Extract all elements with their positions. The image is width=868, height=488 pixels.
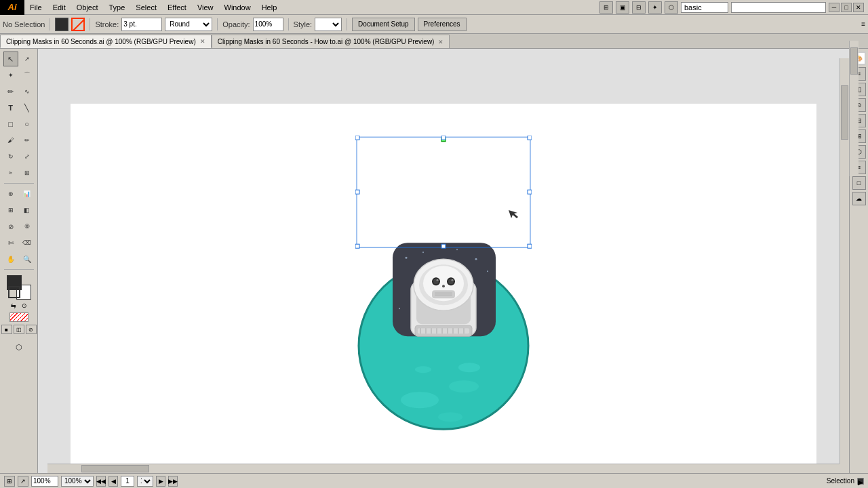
mesh-tool[interactable]: ⊞ <box>3 203 18 218</box>
minimize-button[interactable]: ─ <box>829 3 840 12</box>
warp-tool[interactable]: ≈ <box>3 165 18 180</box>
artboard-view-btn[interactable]: ⊞ <box>4 476 15 487</box>
libraries-panel-btn[interactable]: ☁ <box>852 192 866 205</box>
document-setup-button[interactable]: Document Setup <box>352 18 415 31</box>
gradient-mode-btn[interactable]: ◫ <box>14 325 24 334</box>
search-input[interactable] <box>731 2 826 13</box>
style-select[interactable] <box>315 18 342 31</box>
line-tool[interactable]: ╲ <box>20 100 35 115</box>
page-select[interactable]: 1 <box>137 476 153 487</box>
type-tool[interactable]: T <box>3 100 18 115</box>
rotate-tool[interactable]: ↻ <box>3 149 18 164</box>
svg-point-9 <box>399 308 400 309</box>
svg-point-23 <box>442 285 445 287</box>
curvature-tool[interactable]: ∿ <box>20 84 35 99</box>
paintbrush-tool[interactable]: 🖌 <box>3 133 18 148</box>
selection-tool[interactable]: ↖ <box>3 52 18 66</box>
free-transform-tool[interactable]: ⊞ <box>20 165 35 180</box>
separator-1 <box>50 18 50 30</box>
status-arrow[interactable]: ▶ <box>857 478 864 485</box>
menu-effect[interactable]: Effect <box>162 0 192 14</box>
menu-object[interactable]: Object <box>71 0 104 14</box>
right-scroll-thumb[interactable] <box>850 47 858 75</box>
close-button[interactable]: ✕ <box>853 3 864 12</box>
output-btn[interactable]: ↗ <box>18 476 28 487</box>
magic-wand-tool[interactable]: ✦ <box>3 68 18 83</box>
scroll-thumb-horizontal[interactable] <box>81 465 149 472</box>
tab-1-close[interactable]: ✕ <box>200 38 205 45</box>
align-icon[interactable]: ≡ <box>861 20 865 28</box>
none-color-swatch[interactable] <box>9 312 28 322</box>
swap-colors-icon[interactable]: ⇆ <box>11 302 16 309</box>
symbol-sprayer-tool[interactable]: ⊛ <box>3 186 18 201</box>
page-prev-btn[interactable]: ◀◀ <box>96 476 106 487</box>
right-scrollbar[interactable] <box>849 41 859 176</box>
maximize-button[interactable]: □ <box>841 3 852 12</box>
ellipse-tool[interactable]: ○ <box>20 117 35 131</box>
column-graph-tool[interactable]: 📊 <box>20 186 35 201</box>
fill-swatch[interactable] <box>55 18 68 31</box>
direct-selection-tool[interactable]: ↗ <box>20 52 35 66</box>
page-next-btn[interactable]: ▶ <box>156 476 165 487</box>
page-last-btn[interactable]: ▶▶ <box>168 476 178 487</box>
opacity-input[interactable] <box>253 18 283 31</box>
menu-type[interactable]: Type <box>104 0 131 14</box>
stroke-swatch[interactable] <box>71 18 85 31</box>
hand-tool[interactable]: ✋ <box>3 251 18 266</box>
scale-tool[interactable]: ⤢ <box>20 149 35 164</box>
zoom-input[interactable] <box>31 476 58 487</box>
tools-icon[interactable]: ✦ <box>648 1 662 14</box>
gradient-tool[interactable]: ◧ <box>20 203 35 218</box>
separator-4 <box>288 18 289 30</box>
workspace-dropdown[interactable]: basic <box>681 2 728 13</box>
stroke-color-indicator[interactable] <box>8 286 20 298</box>
drawing-mode-btn[interactable]: ⬡ <box>4 340 34 354</box>
pencil-tool[interactable]: ✏ <box>20 133 35 148</box>
navigate-tools: ✋ 🔍 <box>3 251 35 266</box>
stroke-style-select[interactable]: Round Flat <box>165 18 212 31</box>
menu-window[interactable]: Window <box>219 0 256 14</box>
menu-edit[interactable]: Edit <box>47 0 71 14</box>
tab-2-close[interactable]: ✕ <box>438 39 443 45</box>
svg-line-0 <box>73 19 85 31</box>
stroke-weight-input[interactable] <box>121 18 162 31</box>
page-back-btn[interactable]: ◀ <box>108 476 118 487</box>
layout-icon[interactable]: ⊟ <box>632 1 646 14</box>
menu-bar: Ai File Edit Object Type Select Effect V… <box>0 0 868 15</box>
zoom-select[interactable]: 100% <box>61 476 94 487</box>
tab-2[interactable]: Clipping Masks in 60 Seconds - How to.ai… <box>212 35 450 48</box>
illustration <box>355 136 532 434</box>
menu-help[interactable]: Help <box>256 0 283 14</box>
page-input[interactable] <box>121 476 134 487</box>
canvas-area[interactable] <box>38 49 849 473</box>
menu-view[interactable]: View <box>192 0 219 14</box>
screen-mode-icon[interactable]: ▣ <box>616 1 629 14</box>
transform-tools: ✦ ⌒ <box>3 68 35 83</box>
fill-mode-row: ■ ◫ ⊘ <box>1 325 37 334</box>
arrange-icon[interactable]: ⊞ <box>599 1 613 14</box>
pen-tool[interactable]: ✏ <box>3 84 18 99</box>
menu-select[interactable]: Select <box>130 0 162 14</box>
preferences-button[interactable]: Preferences <box>418 18 467 31</box>
blend-tools: ⊘ ⑧ <box>3 219 35 234</box>
default-colors-icon[interactable]: ⊙ <box>22 302 27 309</box>
eyedropper-tool[interactable]: ⊘ <box>3 219 18 234</box>
menu-right: ⊞ ▣ ⊟ ✦ ⬡ basic ─ □ ✕ <box>599 1 868 14</box>
lasso-tool[interactable]: ⌒ <box>20 68 35 83</box>
scroll-thumb-vertical[interactable] <box>841 85 848 140</box>
artboards-panel-btn[interactable]: □ <box>852 176 866 190</box>
bridge-icon[interactable]: ⬡ <box>665 1 678 14</box>
scrollbar-vertical[interactable] <box>840 58 849 473</box>
rectangle-tool[interactable]: □ <box>3 117 18 131</box>
svg-point-10 <box>487 270 488 272</box>
eraser-tool[interactable]: ⌫ <box>20 235 35 250</box>
none-mode-btn[interactable]: ⊘ <box>26 325 37 334</box>
color-mode-btn[interactable]: ■ <box>1 325 12 334</box>
menu-file[interactable]: File <box>24 0 47 14</box>
scrollbar-horizontal[interactable] <box>47 464 840 473</box>
zoom-tool[interactable]: 🔍 <box>20 251 35 266</box>
blend-tool[interactable]: ⑧ <box>20 219 35 234</box>
scissors-tool[interactable]: ✄ <box>3 235 18 250</box>
tab-1[interactable]: Clipping Masks in 60 Seconds.ai @ 100% (… <box>0 35 212 48</box>
svg-point-41 <box>458 363 480 372</box>
